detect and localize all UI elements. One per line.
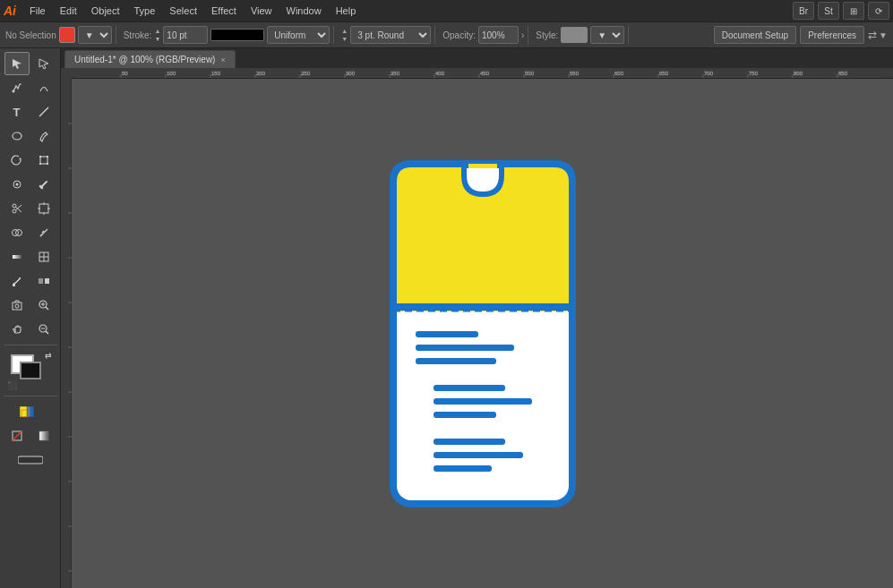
curvature-tool[interactable] — [31, 76, 56, 99]
svg-rect-104 — [434, 412, 496, 418]
direct-select-tool[interactable] — [31, 52, 56, 75]
svg-rect-43 — [39, 431, 48, 440]
artwork-container — [389, 159, 577, 508]
svg-rect-27 — [39, 278, 43, 284]
zoom-tool[interactable] — [31, 294, 56, 317]
fill-type-select[interactable]: ▼ — [78, 26, 112, 44]
menu-help[interactable]: Help — [330, 4, 363, 18]
shape-builder-tool[interactable] — [4, 221, 30, 244]
ellipse-tool[interactable] — [4, 124, 30, 148]
document-setup-button[interactable]: Document Setup — [714, 26, 797, 44]
menu-view[interactable]: View — [245, 4, 279, 18]
menu-window[interactable]: Window — [280, 4, 328, 18]
grid-icon[interactable]: ⊞ — [843, 2, 864, 20]
svg-point-0 — [12, 90, 14, 93]
blend-tool[interactable] — [31, 269, 56, 293]
pen-tool[interactable] — [4, 76, 30, 99]
preferences-button[interactable]: Preferences — [800, 26, 864, 44]
svg-rect-39 — [27, 406, 34, 417]
svg-text:150: 150 — [211, 71, 221, 76]
select-tool[interactable] — [4, 52, 30, 75]
menu-edit[interactable]: Edit — [54, 4, 83, 18]
transform-tool[interactable] — [31, 149, 56, 172]
stroke-type-select[interactable]: Uniform — [267, 26, 330, 44]
scissors-tool[interactable] — [4, 197, 30, 220]
menu-right-icons: Br St ⊞ ⟳ — [793, 2, 889, 20]
svg-rect-4 — [40, 157, 47, 164]
tool-row-5 — [2, 149, 58, 172]
svg-rect-102 — [434, 385, 505, 391]
opacity-group: Opacity: › — [442, 26, 528, 44]
selection-group: No Selection ▼ — [5, 26, 116, 44]
selection-label: No Selection — [5, 30, 56, 40]
ruler-corner — [61, 68, 72, 79]
brush-spinner[interactable]: ▲ ▼ — [341, 26, 348, 44]
menu-select[interactable]: Select — [163, 4, 203, 18]
menu-file[interactable]: File — [23, 4, 52, 18]
rotate-tool[interactable] — [4, 149, 30, 172]
svg-rect-26 — [13, 284, 15, 286]
style-swatch[interactable] — [561, 27, 588, 43]
svg-rect-28 — [45, 278, 49, 284]
gradient-tool[interactable] — [4, 245, 30, 268]
svg-rect-5 — [39, 156, 41, 158]
stroke-line-preview — [210, 29, 264, 41]
brush-select[interactable]: 3 pt. Round — [350, 26, 431, 44]
svg-text:100: 100 — [167, 71, 176, 76]
svg-rect-45 — [19, 457, 42, 463]
gradient-fill-icon[interactable] — [31, 424, 56, 447]
mode-icons — [2, 424, 58, 447]
line-tool[interactable] — [31, 100, 56, 124]
svg-rect-103 — [434, 398, 532, 405]
doc-area: T — [0, 48, 893, 588]
menu-effect[interactable]: Effect — [205, 4, 243, 18]
stroke-well[interactable] — [20, 362, 41, 379]
svg-point-10 — [15, 183, 18, 186]
svg-text:450: 450 — [480, 71, 490, 76]
swap-colors-icon[interactable]: ⇄ — [45, 351, 52, 360]
svg-text:300: 300 — [346, 71, 356, 76]
fill-color-swatch[interactable] — [59, 27, 75, 43]
color-mode-icon[interactable] — [18, 400, 43, 423]
brush-group: ▲ ▼ 3 pt. Round — [341, 26, 435, 44]
sync-icon[interactable]: ⟳ — [868, 2, 889, 20]
symbol-tool[interactable] — [4, 173, 30, 196]
screen-mode-button[interactable] — [18, 448, 43, 472]
bridge-icon[interactable]: Br — [793, 2, 814, 20]
text-tool[interactable]: T — [4, 100, 30, 124]
svg-line-42 — [13, 431, 21, 440]
hand-tool[interactable] — [4, 318, 30, 341]
svg-text:250: 250 — [301, 71, 311, 76]
artboard-tool[interactable] — [31, 197, 56, 220]
default-colors-icon[interactable]: ⬛ — [7, 381, 17, 390]
screen-mode-row — [2, 448, 58, 472]
pencil-tool[interactable] — [31, 124, 56, 148]
stroke-spinner[interactable]: ▲ ▼ — [154, 26, 160, 44]
svg-rect-15 — [39, 204, 48, 213]
menu-object[interactable]: Object — [85, 4, 126, 18]
zoom-out-tool[interactable] — [31, 318, 56, 341]
arrange-dropdown-icon[interactable]: ▼ — [879, 30, 888, 40]
none-fill-icon[interactable] — [4, 424, 30, 447]
menu-type[interactable]: Type — [128, 4, 162, 18]
tool-row-3: T — [2, 100, 58, 124]
opacity-input[interactable] — [478, 26, 519, 44]
opacity-arrow[interactable]: › — [521, 30, 524, 40]
arrange-icons: ⇄ ▼ — [868, 29, 888, 41]
eyedropper-tool[interactable] — [4, 269, 30, 293]
tool-row-11 — [2, 294, 58, 317]
tab-close-button[interactable]: × — [220, 55, 225, 64]
camera-tool[interactable] — [4, 294, 30, 317]
svg-marker-3 — [19, 158, 21, 160]
svg-text:650: 650 — [659, 71, 669, 76]
document-tab[interactable]: Untitled-1* @ 100% (RGB/Preview) × — [64, 50, 236, 68]
style-select[interactable]: ▼ — [590, 26, 624, 44]
stock-icon[interactable]: St — [818, 2, 839, 20]
wrench-tool[interactable] — [31, 173, 56, 196]
arrange-icon[interactable]: ⇄ — [868, 29, 877, 41]
stroke-value-input[interactable] — [163, 26, 208, 44]
measure-tool[interactable] — [31, 221, 56, 244]
mesh-tool[interactable] — [31, 245, 56, 268]
tool-row-8 — [2, 221, 58, 244]
tool-row-12 — [2, 318, 58, 341]
